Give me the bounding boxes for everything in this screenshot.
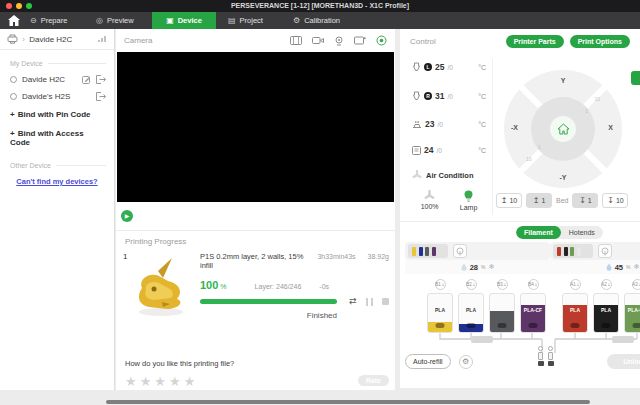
star-icon[interactable]: ★	[184, 374, 199, 389]
filament-slot-b1[interactable]: PLA	[427, 293, 453, 333]
device-row-h2c[interactable]: Davide H2C	[0, 71, 114, 88]
star-icon[interactable]: ★	[125, 374, 140, 389]
bed-up-1-button[interactable]: ↥ 1	[526, 193, 552, 208]
ams-settings-icon[interactable]: ⚙	[459, 355, 473, 369]
unload-button[interactable]: Unload	[607, 354, 640, 369]
horizontal-scrollbar[interactable]	[106, 400, 590, 404]
star-rating[interactable]: ★★★★★	[125, 374, 386, 389]
star-icon[interactable]: ★	[154, 374, 169, 389]
lamp-control[interactable]: Lamp	[460, 190, 478, 211]
device-name: Davide H2C	[22, 75, 65, 84]
external-spool-icon[interactable]	[453, 244, 467, 258]
filament-slot-a2[interactable]: PLA	[593, 293, 619, 333]
tab-preview[interactable]: ◎ Preview	[96, 12, 134, 29]
axis-y-minus[interactable]: -Y	[504, 174, 622, 181]
ams-spools-icon[interactable]	[408, 244, 448, 258]
slot-badge-b1[interactable]: B1↓	[435, 279, 446, 290]
ams-spools-icon[interactable]	[553, 244, 593, 258]
edit-filament-icon[interactable]	[633, 323, 640, 328]
find-devices-link[interactable]: Can't find my devices?	[0, 177, 114, 186]
filament-tubes	[405, 333, 550, 353]
reprint-icon[interactable]: ⇄	[349, 297, 357, 306]
job-index: 1	[123, 252, 127, 261]
slot-badge-a3[interactable]: A3↓	[632, 279, 640, 290]
filament-slot-a3[interactable]: PLA-CF	[624, 293, 640, 333]
print-options-button[interactable]: Print Options	[570, 35, 630, 48]
edit-device-icon[interactable]	[82, 75, 91, 84]
edit-filament-icon[interactable]	[498, 323, 507, 328]
slot-badge-a1[interactable]: A1↓	[570, 279, 581, 290]
tab-device[interactable]: ▣ Device	[152, 12, 216, 29]
slot-badge-b3[interactable]: B3↓	[497, 279, 508, 290]
filament-slot-b4[interactable]: PLA-CF	[520, 293, 546, 333]
stop-icon[interactable]	[382, 298, 389, 305]
humidity-indicator[interactable]: 28 % ❄	[405, 260, 550, 274]
logout-device-icon[interactable]	[96, 92, 106, 101]
axis-x-minus[interactable]: -X	[511, 124, 518, 131]
slot-badge-b4[interactable]: B4↓	[528, 279, 539, 290]
tab-hotends[interactable]: Hotends	[561, 226, 603, 239]
nozzle-right-temp[interactable]: R 31 /0 °C	[412, 91, 486, 101]
printer-selector[interactable]: › Davide H2C	[0, 29, 114, 50]
bed-down-10-button[interactable]: ↧ 10	[602, 193, 628, 208]
control-title: Control	[410, 37, 436, 46]
home-axes-button[interactable]	[550, 116, 576, 142]
part-fan-control[interactable]: 100%	[421, 190, 439, 211]
auto-refill-button[interactable]: Auto-refill	[405, 354, 451, 369]
logout-device-icon[interactable]	[96, 75, 106, 84]
webcam-icon[interactable]	[334, 36, 344, 46]
pause-icon[interactable]	[366, 298, 373, 306]
filament-slot-b2[interactable]: PLA	[458, 293, 484, 333]
control-header: Control Printer Parts Print Options	[400, 29, 640, 53]
bed-down-1-button[interactable]: ↧ 1	[572, 193, 598, 208]
timelapse-icon[interactable]	[290, 36, 302, 45]
chamber-temp[interactable]: 24 /0 °C	[412, 145, 486, 155]
nozzle-left-temp[interactable]: L 25 /0 °C	[412, 62, 486, 72]
axis-x-plus[interactable]: X	[608, 124, 613, 131]
screen-record-icon[interactable]	[354, 36, 366, 45]
spool-color	[412, 247, 416, 256]
star-icon[interactable]: ★	[169, 374, 184, 389]
bed-label: Bed	[556, 197, 568, 204]
edit-filament-icon[interactable]	[571, 323, 580, 328]
external-spool-icon[interactable]	[598, 244, 612, 258]
printing-progress-body: 1 P1S 0.2mm layer, 2 walls, 15% infill 3…	[116, 250, 395, 345]
edit-filament-icon[interactable]	[467, 323, 476, 328]
project-icon: ▤	[228, 17, 236, 25]
tab-filament[interactable]: Filament	[516, 226, 561, 239]
air-condition-control[interactable]: Air Condition	[412, 170, 474, 180]
edit-filament-icon[interactable]	[529, 323, 538, 328]
edit-filament-icon[interactable]	[436, 323, 445, 328]
bind-pin-code-button[interactable]: +Bind with Pin Code	[0, 105, 114, 124]
slot-badge-b2[interactable]: B2↓	[466, 279, 477, 290]
filament-type-label: PLA-CF	[625, 308, 640, 314]
printer-parts-button[interactable]: Printer Parts	[506, 35, 564, 48]
rate-button[interactable]: Rate	[358, 375, 389, 386]
filament-slot-a1[interactable]: PLA	[562, 293, 588, 333]
tab-calibration[interactable]: ⚙ Calibration	[293, 12, 340, 29]
tab-prepare[interactable]: ⊖ Prepare	[30, 12, 67, 29]
fan-lamp-controls: 100% Lamp	[410, 190, 488, 211]
liveview-toggle-icon[interactable]	[376, 35, 387, 46]
camera-video-feed[interactable]	[117, 52, 394, 202]
device-row-h2s[interactable]: Davide's H2S	[0, 88, 114, 105]
slot-badge-a2[interactable]: A2↓	[601, 279, 612, 290]
bed-temp[interactable]: 23 /0 °C	[412, 119, 486, 129]
filament-slot-b3[interactable]	[489, 293, 515, 333]
tab-project[interactable]: ▤ Project	[228, 12, 263, 29]
video-record-icon[interactable]	[312, 36, 324, 45]
cut-off-green-button[interactable]	[631, 71, 640, 85]
bind-access-code-button[interactable]: +Bind with Access Code	[0, 124, 114, 152]
titlebar: PERSEVERANCE [1-12] [MORETHAN3D - X1C Pr…	[0, 0, 640, 12]
filament-slots: PLA PLA PLA-CF	[405, 293, 550, 333]
star-icon[interactable]: ★	[140, 374, 155, 389]
axis-control-pad[interactable]: Y -Y X -X 10 1 1 10	[504, 70, 622, 188]
play-icon[interactable]: ▶	[121, 210, 133, 222]
humidity-indicator[interactable]: 45 % ❄	[550, 260, 640, 274]
bed-up-10-button[interactable]: ↥ 10	[496, 193, 522, 208]
time-remaining: -0s	[319, 283, 329, 290]
edit-filament-icon[interactable]	[602, 323, 611, 328]
home-icon[interactable]	[8, 15, 20, 26]
bed-move-controls: ↥ 10 ↥ 1 Bed ↧ 1 ↧ 10	[496, 193, 628, 208]
axis-y-plus[interactable]: Y	[504, 77, 622, 84]
